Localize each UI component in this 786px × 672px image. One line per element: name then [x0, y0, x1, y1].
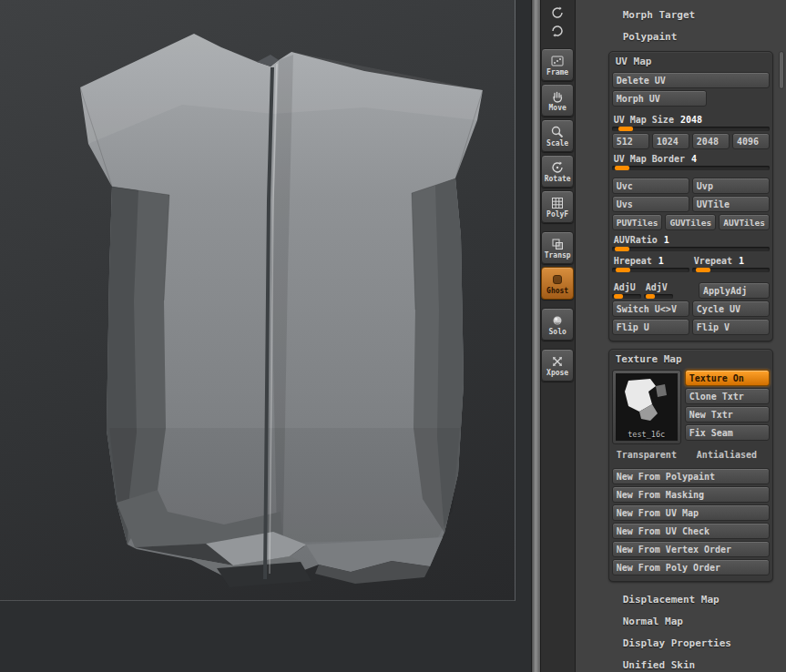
slider-track[interactable]: [612, 268, 689, 272]
cycle-uv-button[interactable]: Cycle UV: [692, 300, 770, 317]
antialiased-toggle[interactable]: Antialiased: [692, 446, 770, 463]
spin-z-icon[interactable]: [546, 22, 569, 39]
uv-map-border-label: UV Map Border: [614, 154, 685, 164]
ghost-button[interactable]: Ghost: [541, 267, 574, 300]
slider-thumb[interactable]: [696, 268, 710, 272]
hrepeat-slider[interactable]: Hrepeat 1: [612, 256, 689, 272]
subpalette-normal-map[interactable]: Normal Map: [608, 616, 773, 628]
subpalette-morph-target[interactable]: Morph Target: [608, 9, 773, 22]
new-from-masking-button[interactable]: New From Masking: [612, 486, 770, 503]
transparency-icon: [550, 237, 565, 251]
slider-thumb[interactable]: [615, 247, 629, 251]
auvratio-slider[interactable]: AUVRatio 1: [612, 235, 770, 251]
solo-button[interactable]: Solo: [541, 308, 574, 341]
switch-uv-button[interactable]: Switch U<>V: [612, 300, 689, 317]
slider-track[interactable]: [612, 166, 770, 170]
uv-map-border-slider[interactable]: UV Map Border 4: [612, 154, 770, 170]
uvp-button[interactable]: Uvp: [692, 178, 770, 194]
texture-on-button[interactable]: Texture On: [685, 370, 770, 386]
move-hand-icon: [550, 89, 565, 104]
polyframe-grid-icon: [550, 196, 565, 210]
tool-subpalette-tray: Morph Target Polypaint UV Map Delete UV …: [575, 0, 786, 672]
slider-thumb[interactable]: [616, 268, 630, 272]
zbrush-app: Frame Move Scale Rotate PolyF Transp Gho…: [0, 0, 786, 672]
spin-y-icon[interactable]: [546, 4, 569, 21]
scale-button[interactable]: Scale: [541, 119, 574, 152]
frame-button[interactable]: Frame: [541, 48, 574, 81]
tool-label: Scale: [546, 140, 568, 148]
slider-track[interactable]: [644, 294, 673, 299]
subpalette-displacement-map[interactable]: Displacement Map: [608, 594, 773, 606]
guvtiles-button[interactable]: GUVTiles: [665, 214, 716, 230]
slider-thumb[interactable]: [646, 294, 655, 299]
tool-strip: Frame Move Scale Rotate PolyF Transp Gho…: [540, 0, 575, 672]
slider-thumb[interactable]: [614, 294, 623, 299]
clone-txtr-button[interactable]: Clone Txtr: [685, 388, 770, 404]
hrepeat-label: Hrepeat: [614, 256, 652, 266]
puvtiles-button[interactable]: PUVTiles: [612, 214, 663, 230]
slider-track[interactable]: [612, 294, 641, 299]
flip-u-button[interactable]: Flip U: [612, 319, 689, 335]
ghost-icon: [550, 272, 565, 287]
tool-label: PolyF: [546, 211, 568, 219]
uvs-button[interactable]: Uvs: [612, 196, 689, 212]
transparent-toggle[interactable]: Transparent: [612, 446, 689, 463]
canvas-scrollbar[interactable]: [531, 0, 540, 672]
new-from-uv-map-button[interactable]: New From UV Map: [612, 504, 770, 521]
slider-track[interactable]: [612, 247, 770, 251]
new-txtr-button[interactable]: New Txtr: [685, 406, 770, 423]
uvc-button[interactable]: Uvc: [612, 178, 689, 194]
rotate-button[interactable]: Rotate: [541, 155, 574, 188]
subpalette-unified-skin[interactable]: Unified Skin: [608, 659, 773, 672]
auvratio-value: 1: [664, 235, 669, 245]
frame-icon: [550, 54, 565, 68]
xpose-arrows-icon: [550, 354, 565, 369]
adjv-slider[interactable]: AdjV: [644, 282, 673, 299]
new-from-vertex-order-button[interactable]: New From Vertex Order: [612, 541, 770, 557]
new-from-poly-order-button[interactable]: New From Poly Order: [612, 559, 770, 575]
move-button[interactable]: Move: [541, 84, 574, 117]
slider-track[interactable]: [692, 268, 770, 272]
uv-size-2048-button[interactable]: 2048: [692, 133, 730, 149]
adju-label: AdjU: [614, 282, 636, 292]
adju-slider[interactable]: AdjU: [612, 282, 641, 299]
uv-map-size-slider[interactable]: UV Map Size 2048: [612, 115, 770, 131]
flip-v-button[interactable]: Flip V: [692, 319, 770, 335]
texture-thumbnail-label: test_16c: [613, 430, 680, 439]
uvtile-button[interactable]: UVTile: [692, 196, 770, 212]
uv-size-1024-button[interactable]: 1024: [652, 133, 689, 149]
xpose-button[interactable]: Xpose: [541, 349, 574, 382]
tool-label: Rotate: [545, 176, 571, 183]
uv-map-size-label: UV Map Size: [614, 115, 674, 125]
tool-label: Ghost: [546, 288, 568, 295]
slider-thumb[interactable]: [615, 166, 629, 170]
polyframe-button[interactable]: PolyF: [541, 190, 574, 223]
tray-scrollbar-thumb[interactable]: [779, 51, 784, 89]
tool-label: Transp: [545, 252, 571, 260]
uv-size-4096-button[interactable]: 4096: [732, 133, 770, 149]
delete-uv-button[interactable]: Delete UV: [612, 72, 770, 88]
subpalette-polypaint[interactable]: Polypaint: [608, 31, 773, 44]
vrepeat-value: 1: [739, 256, 744, 266]
transp-button[interactable]: Transp: [541, 231, 574, 264]
applyadj-button[interactable]: ApplyAdj: [699, 282, 770, 299]
vrepeat-label: Vrepeat: [694, 256, 732, 266]
subpalette-display-properties[interactable]: Display Properties: [608, 637, 773, 650]
new-from-uv-check-button[interactable]: New From UV Check: [612, 523, 770, 539]
hrepeat-value: 1: [658, 256, 664, 266]
new-from-polypaint-button[interactable]: New From Polypaint: [612, 468, 770, 484]
fix-seam-button[interactable]: Fix Seam: [685, 424, 770, 441]
slider-thumb[interactable]: [618, 127, 633, 131]
uv-map-section-header[interactable]: UV Map: [612, 54, 770, 70]
texture-thumbnail[interactable]: test_16c: [612, 370, 681, 444]
uv-map-section: UV Map Delete UV Morph UV UV Map Size 20…: [608, 51, 773, 341]
viewport-canvas[interactable]: [0, 0, 531, 672]
morph-uv-button[interactable]: Morph UV: [612, 90, 707, 107]
auvtiles-button[interactable]: AUVTiles: [719, 214, 770, 230]
uv-size-512-button[interactable]: 512: [612, 133, 649, 149]
uv-map-border-value: 4: [691, 154, 697, 164]
texture-map-section: Texture Map test_16c Texture On: [608, 349, 773, 582]
texture-map-section-header[interactable]: Texture Map: [612, 351, 770, 368]
vrepeat-slider[interactable]: Vrepeat 1: [692, 256, 770, 272]
slider-track[interactable]: [612, 127, 770, 131]
